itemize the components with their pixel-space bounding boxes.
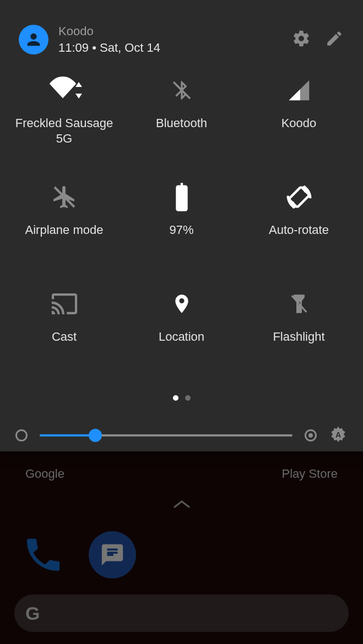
battery-icon <box>165 181 198 214</box>
settings-button[interactable] <box>286 24 317 55</box>
quick-settings-panel: Koodo 11:09 • Sat, Oct 14 <box>0 0 363 451</box>
tile-airplane-label: Airplane mode <box>25 222 104 238</box>
tile-flashlight[interactable]: Flashlight <box>240 287 357 370</box>
brightness-max-icon <box>305 429 317 441</box>
dock <box>17 528 139 581</box>
tile-location-label: Location <box>159 329 204 345</box>
app-drawer-handle-icon[interactable] <box>174 499 190 511</box>
tile-autorotate-label: Auto-rotate <box>269 222 329 238</box>
cast-icon <box>48 287 81 320</box>
tile-battery-label: 97% <box>169 222 193 238</box>
edit-tiles-button[interactable] <box>319 24 350 55</box>
qs-header: Koodo 11:09 • Sat, Oct 14 <box>0 0 363 61</box>
tile-autorotate[interactable]: Auto-rotate <box>240 181 357 263</box>
svg-text:A: A <box>335 430 341 439</box>
location-pin-icon <box>165 287 198 320</box>
tile-bluetooth-label: Bluetooth <box>156 116 207 131</box>
home-label-google[interactable]: Google <box>25 467 64 481</box>
brightness-row: A <box>0 401 363 446</box>
pencil-icon <box>325 29 344 50</box>
clock-date-line: 11:09 • Sat, Oct 14 <box>58 41 160 55</box>
tile-flashlight-label: Flashlight <box>273 329 324 345</box>
brightness-slider[interactable] <box>40 429 292 442</box>
bluetooth-icon <box>165 74 198 107</box>
tile-wifi-label: Freckled Sausage 5G <box>15 116 113 146</box>
page-dot-1 <box>173 395 178 401</box>
clock-time: 11:09 <box>58 41 89 54</box>
tile-cellular[interactable]: Koodo <box>240 74 357 156</box>
google-g-icon: G <box>25 603 40 624</box>
tile-battery[interactable]: 97% <box>123 181 240 263</box>
auto-brightness-button[interactable]: A <box>329 425 348 446</box>
airplane-icon <box>48 181 81 214</box>
tile-airplane[interactable]: Airplane mode <box>6 181 123 263</box>
messages-app-icon[interactable] <box>86 528 139 581</box>
qs-header-text: Koodo 11:09 • Sat, Oct 14 <box>58 24 160 55</box>
qs-tiles-grid: Freckled Sausage 5G Bluetooth Koodo <box>0 61 363 401</box>
flashlight-icon <box>283 287 316 320</box>
tile-cellular-label: Koodo <box>281 116 317 131</box>
tile-wifi[interactable]: Freckled Sausage 5G <box>6 74 123 156</box>
phone-app-icon[interactable] <box>17 528 69 581</box>
clock-date: Sat, Oct 14 <box>100 41 160 54</box>
tile-bluetooth[interactable]: Bluetooth <box>123 74 240 156</box>
tile-cast[interactable]: Cast <box>6 287 123 370</box>
gear-icon <box>292 29 311 50</box>
page-indicator[interactable] <box>6 395 357 401</box>
tile-cast-label: Cast <box>52 329 77 345</box>
user-avatar[interactable] <box>19 25 48 54</box>
wifi-icon <box>48 74 81 107</box>
tile-location[interactable]: Location <box>123 287 240 370</box>
cellular-signal-icon <box>283 74 316 107</box>
autorotate-icon <box>283 181 316 214</box>
home-label-playstore[interactable]: Play Store <box>282 467 338 481</box>
carrier-label: Koodo <box>58 24 160 39</box>
brightness-min-icon <box>15 429 28 441</box>
google-search-bar[interactable]: G <box>14 594 349 632</box>
page-dot-2 <box>185 395 191 401</box>
